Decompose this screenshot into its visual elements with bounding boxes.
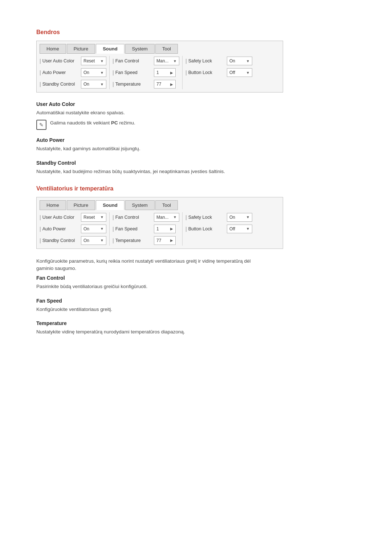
text-temperature: Nustatykite vidinę temperatūrą nurodydam…	[36, 328, 356, 336]
ventiliatorius-section: Ventiliatorius ir temperatūra Home Pictu…	[36, 185, 356, 336]
dropdown-value: Man...	[156, 58, 168, 63]
nav-arrow: ▶	[170, 227, 173, 231]
title-temperature: Temperature	[36, 320, 356, 326]
dropdown-value: On	[83, 70, 89, 75]
tab-sound-1[interactable]: Sound	[96, 44, 124, 54]
tab-home-1[interactable]: Home	[40, 44, 66, 54]
divider-3	[109, 212, 110, 246]
label-button-lock-2: Button Lock	[185, 226, 225, 232]
tab-tool-2[interactable]: Tool	[155, 200, 178, 210]
dropdown-safety-lock-2[interactable]: On ▼	[227, 213, 252, 222]
text-auto-power: Nustatykite, kad gaminys automatiškai įs…	[36, 145, 356, 152]
dropdown-auto-power-1[interactable]: On ▼	[81, 68, 106, 77]
bendros-table: Home Picture Sound System Tool User Auto…	[36, 41, 283, 93]
tab-picture-1[interactable]: Picture	[67, 44, 95, 54]
desc-user-auto-color: User Auto Color Automatiškai nustatykite…	[36, 101, 356, 130]
nav-temperature-2[interactable]: 77 ▶	[154, 236, 176, 245]
divider-2	[182, 56, 183, 89]
nav-arrow: ▶	[170, 82, 173, 86]
nav-arrow: ▶	[170, 238, 173, 242]
nav-temperature-1[interactable]: 77 ▶	[154, 80, 176, 89]
tab-tool-1[interactable]: Tool	[155, 44, 178, 54]
dropdown-arrow: ▼	[100, 227, 104, 231]
dropdown-standby-control-2[interactable]: On ▼	[81, 236, 106, 245]
dropdown-button-lock-1[interactable]: Off ▼	[227, 68, 252, 77]
tab-system-1[interactable]: System	[125, 44, 155, 54]
col1: User Auto Color Reset ▼ Auto Power On ▼ …	[40, 56, 106, 89]
dropdown-value: Off	[229, 70, 235, 75]
dropdown-value: On	[83, 82, 89, 87]
tab-picture-2[interactable]: Picture	[67, 200, 95, 210]
dropdown-arrow: ▼	[100, 82, 104, 86]
dropdown-fan-control-1[interactable]: Man... ▼	[154, 57, 179, 65]
row-fan-speed-1: Fan Speed 1 ▶	[113, 67, 179, 78]
row-temperature-2: Temperature 77 ▶	[113, 235, 179, 246]
text-fan-speed: Konfigūruokite ventiliatoriaus greitį.	[36, 306, 356, 313]
text-standby-control: Nustatykite, kad budėjimo režimas būtų s…	[36, 168, 356, 175]
col1-v: User Auto Color Reset ▼ Auto Power On ▼ …	[40, 212, 106, 246]
dropdown-auto-power-2[interactable]: On ▼	[81, 225, 106, 233]
row-button-lock-1: Button Lock Off ▼	[185, 67, 252, 78]
dropdown-value: On	[229, 58, 235, 63]
title-auto-power: Auto Power	[36, 137, 356, 143]
row-temperature-1: Temperature 77 ▶	[113, 79, 179, 89]
vent-intro-text: Konfigūruokite parametrus, kurių reikia …	[36, 258, 356, 272]
row-fan-speed-2: Fan Speed 1 ▶	[113, 224, 179, 234]
dropdown-arrow: ▼	[100, 215, 104, 219]
pc-bold: PC	[111, 120, 118, 126]
desc-fan-speed: Fan Speed Konfigūruokite ventiliatoriaus…	[36, 298, 356, 313]
nav-value: 1	[156, 226, 159, 231]
label-standby-control-1: Standby Control	[40, 81, 79, 87]
nav-fan-speed-1[interactable]: 1 ▶	[154, 68, 176, 77]
row-standby-control-2: Standby Control On ▼	[40, 235, 106, 246]
ventiliatorius-title: Ventiliatorius ir temperatūra	[36, 185, 356, 192]
col3: Safety Lock On ▼ Button Lock Off ▼	[185, 56, 252, 89]
dropdown-value: On	[83, 238, 89, 243]
desc-auto-power: Auto Power Nustatykite, kad gaminys auto…	[36, 137, 356, 152]
dropdown-value: On	[83, 226, 89, 231]
tab-sound-2[interactable]: Sound	[96, 200, 124, 210]
dropdown-user-auto-color-2[interactable]: Reset ▼	[81, 213, 106, 222]
dropdown-arrow: ▼	[246, 59, 250, 63]
label-fan-speed-2: Fan Speed	[113, 226, 152, 232]
row-standby-control-1: Standby Control On ▼	[40, 79, 106, 89]
note-icon: ✎	[36, 120, 46, 130]
row-user-auto-color-1: User Auto Color Reset ▼	[40, 56, 106, 66]
label-user-auto-color-1: User Auto Color	[40, 58, 79, 64]
nav-fan-speed-2[interactable]: 1 ▶	[154, 225, 176, 233]
nav-arrow: ▶	[170, 71, 173, 75]
dropdown-value: Man...	[156, 215, 168, 220]
dropdown-value: On	[229, 215, 235, 220]
desc-standby-control: Standby Control Nustatykite, kad budėjim…	[36, 160, 356, 175]
col2: Fan Control Man... ▼ Fan Speed 1 ▶ Tempe…	[113, 56, 179, 89]
text-fan-control: Pasirinkite būdą ventiliatoriaus greičiu…	[36, 283, 356, 290]
dropdown-arrow: ▼	[246, 215, 250, 219]
dropdown-arrow: ▼	[246, 71, 250, 75]
dropdown-safety-lock-1[interactable]: On ▼	[227, 57, 252, 65]
dropdown-button-lock-2[interactable]: Off ▼	[227, 225, 252, 233]
bendros-title: Bendros	[36, 29, 356, 36]
label-fan-control-2: Fan Control	[113, 214, 152, 220]
dropdown-value: Reset	[83, 58, 95, 63]
dropdown-standby-control-1[interactable]: On ▼	[81, 80, 106, 89]
tab-home-2[interactable]: Home	[40, 200, 66, 210]
title-standby-control: Standby Control	[36, 160, 356, 166]
label-fan-speed-1: Fan Speed	[113, 70, 152, 75]
dropdown-value: Reset	[83, 215, 95, 220]
dropdown-arrow: ▼	[100, 59, 104, 63]
dropdown-fan-control-2[interactable]: Man... ▼	[154, 213, 179, 222]
ventiliatorius-grid-body: User Auto Color Reset ▼ Auto Power On ▼ …	[40, 212, 280, 246]
row-fan-control-1: Fan Control Man... ▼	[113, 56, 179, 66]
text-user-auto-color: Automatiškai nustatykite ekrano spalvas.	[36, 109, 356, 116]
tab-row-1: Home Picture Sound System Tool	[40, 44, 280, 54]
dropdown-arrow: ▼	[100, 238, 104, 242]
ventiliatorius-table: Home Picture Sound System Tool User Auto…	[36, 197, 283, 249]
row-safety-lock-2: Safety Lock On ▼	[185, 212, 252, 222]
tab-system-2[interactable]: System	[125, 200, 155, 210]
dropdown-arrow: ▼	[173, 59, 177, 63]
dropdown-value: Off	[229, 226, 235, 231]
label-temperature-2: Temperature	[113, 238, 152, 243]
col2-v: Fan Control Man... ▼ Fan Speed 1 ▶ Tempe…	[113, 212, 179, 246]
dropdown-user-auto-color-1[interactable]: Reset ▼	[81, 57, 106, 65]
label-auto-power-1: Auto Power	[40, 70, 79, 75]
